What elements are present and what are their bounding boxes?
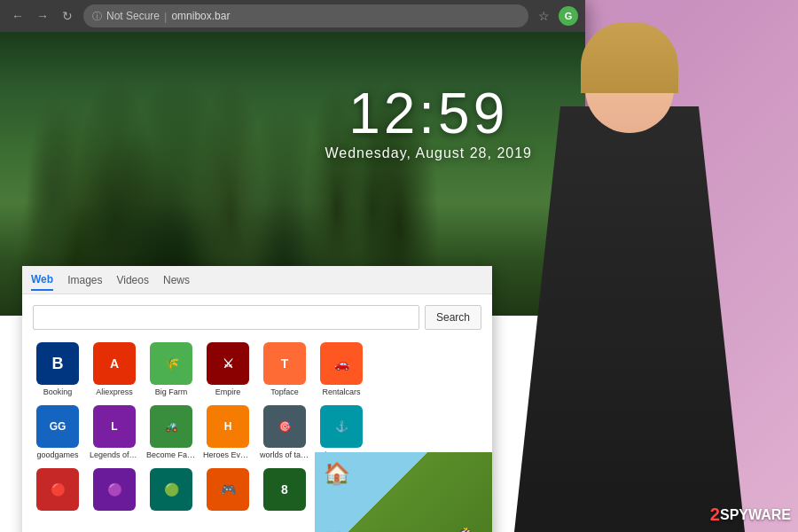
forward-button[interactable]: → <box>32 5 53 27</box>
forward-icon: → <box>36 9 49 23</box>
app-goodgames[interactable]: GG goodgames <box>33 405 82 459</box>
goodgames-icon: GG <box>36 405 79 448</box>
app-tanks[interactable]: 🎯 worlds of tanks <box>260 405 309 459</box>
booking-icon: B <box>36 342 79 385</box>
become-farmer-label: Become Farmer <box>146 450 196 459</box>
reload-icon: ↻ <box>62 9 73 23</box>
tanks-label: worlds of tanks <box>260 450 309 459</box>
game4-icon: 🎮 <box>207 468 249 511</box>
empire-icon: ⚔ <box>207 342 249 385</box>
browser-nav-controls: ← → ↻ <box>7 5 78 27</box>
app-become-farmer[interactable]: 🚜 Become Farmer <box>146 405 196 459</box>
tab-videos[interactable]: Videos <box>116 270 148 290</box>
reload-button[interactable]: ↻ <box>57 5 78 27</box>
app-row3-4[interactable]: 🎮 <box>203 468 253 513</box>
app-topface[interactable]: T Topface <box>260 342 309 396</box>
address-bar[interactable]: ⓘ Not Secure | omnibox.bar <box>83 4 528 27</box>
app-grid-row1: B Booking A Aliexpress 🌾 Big Farm ⚔ Empi… <box>33 342 481 396</box>
clock-date: Wednesday, August 28, 2019 <box>325 145 532 161</box>
star-icon: ☆ <box>538 9 550 23</box>
person-hair <box>581 22 678 93</box>
goodgames-label: goodgames <box>33 450 82 459</box>
app-pirate[interactable]: ⚓ pirate storm <box>317 405 366 459</box>
aliexpress-label: Aliexpress <box>90 387 139 396</box>
profile-button[interactable]: G <box>559 6 578 26</box>
tab-web[interactable]: Web <box>31 270 53 291</box>
browser-actions: ☆ G <box>534 6 578 26</box>
app-legends[interactable]: L Legends of Honor <box>90 405 139 459</box>
game5-icon: 8 <box>263 468 306 511</box>
person-head <box>585 27 674 133</box>
app-rentalcars[interactable]: 🚗 Rentalcars <box>317 342 366 396</box>
bigfarm-promo-banner[interactable]: Big FARM 🐄 🏠 <box>315 452 492 532</box>
clock-time: 12:59 <box>325 85 532 142</box>
back-button[interactable]: ← <box>7 5 28 27</box>
search-btn-label: Search <box>436 311 470 324</box>
back-icon: ← <box>12 9 24 23</box>
spyware-watermark: 2 SPYWARE <box>710 505 791 525</box>
tab-images[interactable]: Images <box>67 270 102 290</box>
bigfarm-cow-icon: 🐄 <box>455 523 488 532</box>
empire-label: Empire <box>203 387 253 396</box>
app-heroes[interactable]: H Heroes Evolved <box>203 405 253 459</box>
booking-label: Booking <box>33 387 82 396</box>
game3-icon: 🟢 <box>150 468 192 511</box>
heroes-label: Heroes Evolved <box>203 450 253 459</box>
tab-news[interactable]: News <box>163 270 190 290</box>
bigfarm-house-icon: 🏠 <box>324 461 350 486</box>
bigfarm-label: Big Farm <box>146 387 196 396</box>
url-display: omnibox.bar <box>171 10 230 22</box>
app-aliexpress[interactable]: A Aliexpress <box>90 342 139 396</box>
clock-widget: 12:59 Wednesday, August 28, 2019 <box>325 85 532 161</box>
app-row3-5[interactable]: 8 <box>260 468 309 513</box>
browser-titlebar: ← → ↻ ⓘ Not Secure | omnibox.bar ☆ G <box>0 0 585 32</box>
second-search-bar: Search <box>33 305 481 330</box>
app-bigfarm[interactable]: 🌾 Big Farm <box>146 342 196 396</box>
tanks-icon: 🎯 <box>263 405 306 448</box>
search-tabs: Web Images Videos News <box>22 266 492 294</box>
bookmark-button[interactable]: ☆ <box>534 6 553 26</box>
second-search-button[interactable]: Search <box>425 305 481 330</box>
become-farmer-icon: 🚜 <box>150 405 192 448</box>
legends-label: Legends of Honor <box>90 450 139 459</box>
not-secure-icon: ⓘ <box>92 10 102 23</box>
rentalcars-icon: 🚗 <box>320 342 363 385</box>
app-row3-3[interactable]: 🟢 <box>146 468 196 513</box>
watermark-number: 2 <box>710 505 720 525</box>
game1-icon: 🔴 <box>36 468 79 511</box>
app-booking[interactable]: B Booking <box>33 342 82 396</box>
watermark-text: SPYWARE <box>720 507 791 523</box>
legends-icon: L <box>93 405 136 448</box>
pirate-icon: ⚓ <box>320 405 363 448</box>
aliexpress-icon: A <box>93 342 136 385</box>
not-secure-label: Not Secure <box>106 10 160 22</box>
topface-icon: T <box>263 342 306 385</box>
topface-label: Topface <box>260 387 309 396</box>
rentalcars-label: Rentalcars <box>317 387 366 396</box>
app-row3-2[interactable]: 🟣 <box>90 468 139 513</box>
app-grid-row2: GG goodgames L Legends of Honor 🚜 Become… <box>33 405 481 459</box>
profile-label: G <box>565 11 573 21</box>
app-empire[interactable]: ⚔ Empire <box>203 342 253 396</box>
heroes-icon: H <box>207 405 249 448</box>
game2-icon: 🟣 <box>93 468 136 511</box>
second-search-input[interactable] <box>33 305 419 330</box>
second-browser-window: Web Images Videos News Search B Booking … <box>22 266 492 532</box>
app-row3-1[interactable]: 🔴 <box>33 468 82 513</box>
bigfarm-icon: 🌾 <box>150 342 192 385</box>
